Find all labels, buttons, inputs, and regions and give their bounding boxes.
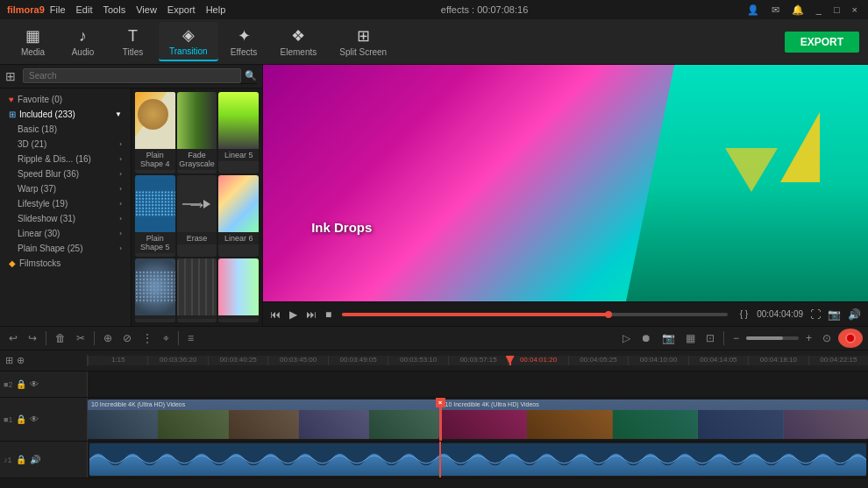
undo-btn[interactable]: ↩: [5, 330, 21, 346]
cat-ripple[interactable]: Ripple & Dis... (16)›: [0, 152, 131, 166]
transition-plain4[interactable]: Plain Shape 4: [135, 92, 175, 173]
transition-linear6[interactable]: Linear 6: [218, 175, 259, 257]
tl-add-track[interactable]: ⊞: [5, 355, 13, 366]
stop-btn[interactable]: ■: [324, 307, 333, 322]
tl-camera-btn[interactable]: 📷: [658, 330, 679, 346]
effects-icon: ✦: [238, 26, 251, 46]
window-btn-maximize[interactable]: □: [830, 4, 843, 16]
timeline-header: ⊞ ⊕ 1:15 00:03:36:20 00:03:40:25 00:03:4…: [0, 350, 868, 371]
tl-magnet[interactable]: ⊕: [17, 355, 25, 366]
transition-more2[interactable]: [177, 258, 217, 322]
step-forward-btn[interactable]: ⏭: [304, 307, 318, 322]
menu-tools[interactable]: Tools: [103, 4, 126, 15]
ruler-12: 00:04:18:10: [748, 356, 808, 365]
menu-file[interactable]: File: [50, 4, 66, 15]
skip-back-btn[interactable]: ⏮: [268, 307, 282, 322]
zoom-slider[interactable]: [746, 336, 799, 340]
delete-btn[interactable]: 🗑: [52, 330, 69, 346]
snapshot-btn[interactable]: 📷: [826, 307, 843, 322]
track-audio-volume[interactable]: 🔊: [30, 455, 40, 464]
play-btn[interactable]: ▶: [288, 307, 299, 322]
track-2-eye[interactable]: 👁: [30, 379, 39, 389]
track-1-label: ■1 🔒 👁: [0, 398, 88, 441]
track-2-lock[interactable]: 🔒: [16, 379, 26, 389]
transition-fade[interactable]: Fade Grayscale: [177, 92, 217, 173]
menu-help[interactable]: Help: [206, 4, 226, 15]
track-audio-lock[interactable]: 🔒: [16, 455, 26, 464]
cat-filmstocks[interactable]: ◆Filmstocks: [0, 256, 131, 271]
tl-grid-btn[interactable]: ▦: [682, 330, 699, 346]
track-1-eye[interactable]: 👁: [30, 414, 39, 424]
transition-label-linear5: Linear 5: [218, 149, 259, 161]
fullscreen-btn[interactable]: ⛶: [808, 307, 822, 322]
tool-splitscreen[interactable]: ⊞ Split Screen: [329, 23, 397, 60]
cat-speedblur[interactable]: Speed Blur (36)›: [0, 166, 131, 181]
progress-bar[interactable]: [342, 313, 727, 316]
transition-more3[interactable]: [218, 258, 259, 322]
tl-record-btn[interactable]: ⏺: [637, 330, 655, 346]
playhead[interactable]: [509, 356, 511, 365]
window-controls: 👤 ✉ 🔔 _ □ ×: [743, 4, 861, 16]
window-btn-minimize[interactable]: _: [813, 4, 825, 16]
track-2: ■2 🔒 👁: [0, 371, 868, 398]
ruler-2: 00:03:36:20: [147, 356, 207, 365]
zoom-minus[interactable]: −: [729, 330, 743, 346]
tool-media[interactable]: ▦ Media: [9, 23, 57, 60]
zoom-plus[interactable]: +: [802, 330, 815, 346]
cat-favorite[interactable]: ♥Favorite (0): [0, 92, 131, 107]
track-audio-num: ♪1: [4, 456, 12, 464]
search-input[interactable]: [23, 68, 241, 83]
track-1-lock[interactable]: 🔒: [16, 414, 26, 424]
categories-panel: ♥Favorite (0) ⊞Included (233) ▼ Basic (1…: [0, 88, 132, 326]
tool-audio[interactable]: ♪ Audio: [59, 24, 107, 60]
redo-btn[interactable]: ↪: [25, 330, 40, 346]
menu-export[interactable]: Export: [167, 4, 196, 15]
export-button[interactable]: EXPORT: [785, 32, 859, 53]
transition-more1[interactable]: [135, 258, 175, 322]
crop-btn[interactable]: ⌖: [160, 330, 173, 346]
menu-view[interactable]: View: [136, 4, 157, 15]
copy-btn[interactable]: ⊕: [100, 330, 116, 346]
tl-play-btn[interactable]: ▷: [619, 330, 634, 346]
cat-3d[interactable]: 3D (21)›: [0, 137, 131, 152]
menu-edit[interactable]: Edit: [76, 4, 93, 15]
window-btn-bell[interactable]: 🔔: [788, 4, 808, 16]
transition-erase[interactable]: Erase: [177, 175, 217, 257]
tool-titles[interactable]: T Titles: [109, 24, 157, 60]
tool-elements[interactable]: ❖ Elements: [270, 23, 328, 60]
window-btn-close[interactable]: ×: [849, 4, 861, 16]
cat-included[interactable]: ⊞Included (233) ▼: [0, 107, 131, 122]
transition-label-erase: Erase: [177, 232, 217, 244]
fit-btn[interactable]: ⊙: [819, 330, 835, 346]
transition-label-more1: [135, 315, 175, 319]
cat-basic[interactable]: Basic (18): [0, 122, 131, 137]
transition-label: Transition: [169, 46, 208, 56]
separator3: [178, 331, 179, 345]
tool-transition[interactable]: ◈ Transition: [159, 22, 218, 61]
transition-plain5[interactable]: Plain Shape 5: [135, 175, 175, 257]
tl-settings-btn[interactable]: ⊡: [702, 330, 718, 346]
track-audio-content: [88, 442, 868, 477]
paste-btn[interactable]: ⊘: [119, 330, 135, 346]
progress-dot: [605, 311, 612, 318]
cat-lifestyle[interactable]: Lifestyle (19)›: [0, 196, 131, 211]
search-icon[interactable]: 🔍: [245, 70, 257, 81]
record-circle-btn[interactable]: [838, 329, 863, 348]
transition-linear5[interactable]: Linear 5: [218, 92, 259, 173]
window-btn-mail[interactable]: ✉: [768, 4, 783, 16]
ruler-5: 00:03:49:05: [328, 356, 388, 365]
cat-linear[interactable]: Linear (30)›: [0, 226, 131, 241]
tool-effects[interactable]: ✦ Effects: [220, 23, 268, 60]
window-btn-user[interactable]: 👤: [743, 4, 763, 16]
audio-icon: ♪: [79, 27, 87, 46]
speed-btn[interactable]: ≡: [184, 330, 197, 346]
split-btn[interactable]: ⋮: [139, 330, 156, 346]
grid-view-icon[interactable]: ⊞: [5, 69, 16, 83]
cat-warp[interactable]: Warp (37)›: [0, 181, 131, 196]
cat-slideshow[interactable]: Slideshow (31)›: [0, 211, 131, 226]
volume-btn[interactable]: 🔊: [846, 307, 863, 322]
cat-plainshape[interactable]: Plain Shape (25)›: [0, 241, 131, 256]
cut-btn[interactable]: ✂: [73, 330, 89, 346]
transition-label-more2: [177, 315, 217, 319]
preview-icons: ⛶ 📷 🔊: [808, 307, 863, 322]
